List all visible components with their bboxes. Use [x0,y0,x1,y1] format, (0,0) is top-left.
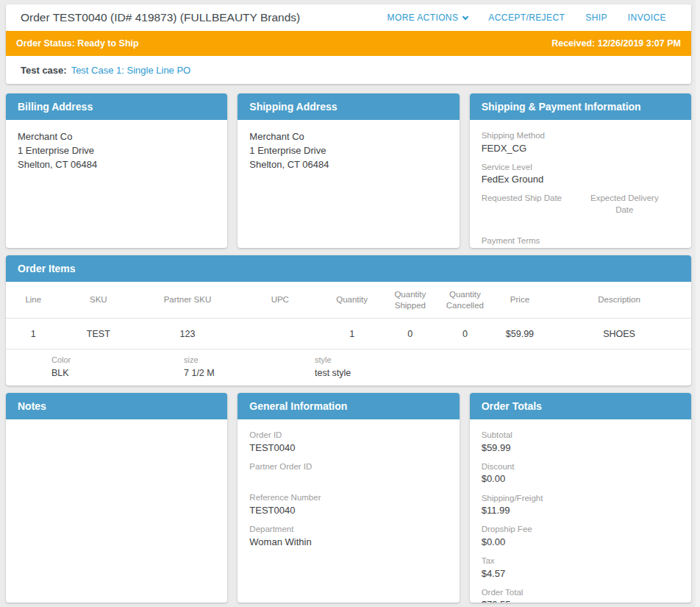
column-header-quantity-cancelled: Quantity Cancelled [438,289,493,310]
shipping-address-card: Shipping Address Merchant Co 1 Enterpris… [238,93,459,248]
service-level-field: Service Level FedEx Ground [482,162,679,187]
dropship-fee-value: $0.00 [482,536,679,549]
attribute-size-label: size [184,354,315,366]
column-header-upc: UPC [239,294,321,305]
payment-terms-label: Payment Terms [482,235,679,247]
shipping-method-label: Shipping Method [482,130,679,142]
column-header-partner-sku: Partner SKU [136,294,239,305]
order-total-value: $76.55 [482,598,679,603]
shipping-freight-field: Shipping/Freight $11.99 [482,493,679,518]
attribute-size-value: 7 1/2 M [184,366,315,380]
test-case-label: Test case: [21,65,67,76]
shipping-method-value: FEDX_CG [482,142,679,155]
order-id-label: Order ID [249,430,447,441]
shipping-address-name: Merchant Co [249,130,447,144]
cell-sku: TEST [61,329,137,339]
received-timestamp: Received: 12/26/2019 3:07 PM [551,38,681,49]
partner-order-id-value [249,472,447,486]
invoice-button[interactable]: INVOICE [628,13,666,23]
order-totals-body: Subtotal $59.99 Discount $0.00 Shipping/… [470,419,691,603]
shipping-address-street: 1 Enterprise Drive [249,144,447,158]
cell-line: 1 [6,329,61,339]
cell-price: $59.99 [493,329,548,339]
shipping-address-title: Shipping Address [238,93,459,120]
attribute-color: Color BLK [51,354,184,380]
scrollbar-track[interactable] [696,0,700,607]
column-header-sku: SKU [61,294,137,305]
ship-button[interactable]: SHIP [585,13,607,23]
order-items-table: Line SKU Partner SKU UPC Quantity Quanti… [6,282,691,386]
discount-label: Discount [482,461,679,473]
order-status-bar: Order Status: Ready to Ship Received: 12… [6,31,691,56]
discount-field: Discount $0.00 [482,461,679,486]
payment-terms-value [482,247,679,248]
billing-address-title: Billing Address [6,93,227,120]
order-detail-page: Order TEST0040 (ID# 419873) (FULLBEAUTY … [6,4,691,603]
payment-terms-field: Payment Terms [482,235,679,248]
partner-order-id-field: Partner Order ID [249,461,447,486]
shipping-payment-card: Shipping & Payment Information Shipping … [470,93,691,248]
attribute-color-label: Color [51,354,184,366]
billing-address-name: Merchant Co [18,130,215,144]
cell-description: SHOES [547,329,691,339]
notes-title: Notes [6,393,227,419]
order-header-card: Order TEST0040 (ID# 419873) (FULLBEAUTY … [6,4,691,84]
cell-quantity-cancelled: 0 [438,329,493,339]
attribute-color-value: BLK [51,366,184,380]
shipping-method-field: Shipping Method FEDX_CG [482,130,679,155]
more-actions-label: MORE ACTIONS [388,13,459,23]
subtotal-field: Subtotal $59.99 [482,430,679,455]
service-level-label: Service Level [482,162,679,174]
general-information-card: General Information Order ID TEST0040 Pa… [238,393,459,603]
cell-quantity: 1 [321,329,383,339]
requested-ship-date-value [482,205,581,218]
general-information-body: Order ID TEST0040 Partner Order ID Refer… [238,419,459,566]
order-items-card: Order Items Line SKU Partner SKU UPC Qua… [6,255,691,386]
partner-order-id-label: Partner Order ID [249,461,447,473]
order-id-value: TEST0040 [249,441,447,455]
bottom-cards-row: Notes General Information Order ID TEST0… [6,393,691,603]
department-value: Woman Within [249,536,447,549]
expected-delivery-date-value [580,216,679,229]
billing-address-body: Merchant Co 1 Enterprise Drive Shelton, … [6,120,227,182]
notes-body [6,419,227,440]
cell-quantity-shipped: 0 [383,329,438,339]
shipping-payment-body: Shipping Method FEDX_CG Service Level Fe… [470,120,691,248]
column-header-quantity-shipped: Quantity Shipped [383,289,438,310]
billing-address-card: Billing Address Merchant Co 1 Enterprise… [6,93,227,248]
dropship-fee-field: Dropship Fee $0.00 [482,524,679,549]
order-items-table-header: Line SKU Partner SKU UPC Quantity Quanti… [6,282,691,319]
service-level-value: FedEx Ground [482,173,679,186]
accept-reject-button[interactable]: ACCEPT/REJECT [488,13,565,23]
order-totals-title: Order Totals [470,393,691,419]
attribute-size: size 7 1/2 M [184,354,315,380]
shipping-address-city: Shelton, CT 06484 [249,158,447,172]
order-totals-card: Order Totals Subtotal $59.99 Discount $0… [470,393,691,603]
address-cards-row: Billing Address Merchant Co 1 Enterprise… [6,93,691,248]
requested-ship-date-label: Requested Ship Date [482,193,581,205]
general-information-title: General Information [238,393,459,419]
tax-value: $4.57 [482,567,679,581]
ship-dates-row: Requested Ship Date Expected Delivery Da… [482,193,679,235]
order-item-row: 1 TEST 123 1 0 0 $59.99 SHOES [6,319,691,349]
column-header-price: Price [493,294,548,305]
discount-value: $0.00 [482,472,679,486]
order-status-text: Order Status: Ready to Ship [16,38,139,49]
shipping-address-body: Merchant Co 1 Enterprise Drive Shelton, … [238,120,459,182]
tax-label: Tax [482,555,679,567]
more-actions-button[interactable]: MORE ACTIONS [388,13,468,23]
attribute-style-label: style [315,354,691,366]
billing-address-city: Shelton, CT 06484 [18,158,215,172]
shipping-freight-label: Shipping/Freight [482,493,679,505]
shipping-freight-value: $11.99 [482,504,679,517]
order-total-label: Order Total [482,587,679,599]
subtotal-value: $59.99 [482,441,679,455]
billing-address-street: 1 Enterprise Drive [18,144,215,158]
attribute-style: style test style [315,354,691,380]
department-label: Department [249,524,447,536]
header-actions: MORE ACTIONS ACCEPT/REJECT SHIP INVOICE [388,13,676,23]
reference-number-value: TEST0040 [249,504,447,517]
requested-ship-date-field: Requested Ship Date [482,193,581,229]
attribute-style-value: test style [315,366,691,380]
test-case-link[interactable]: Test Case 1: Single Line PO [71,65,191,76]
